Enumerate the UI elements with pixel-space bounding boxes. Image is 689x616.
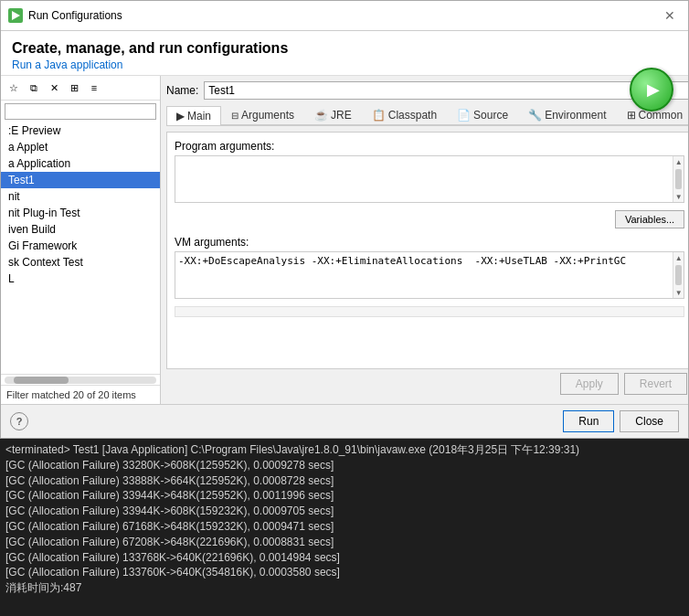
scrollbar-thumb[interactable] — [14, 377, 69, 384]
program-args-section: Program arguments: ▲ ▼ — [175, 140, 684, 203]
vm-horizontal-scrollbar[interactable] — [175, 306, 684, 317]
header-section: Create, manage, and run configurations R… — [1, 31, 688, 76]
revert-button[interactable]: Revert — [624, 373, 687, 395]
svg-marker-0 — [12, 11, 20, 20]
tab-environment[interactable]: 🔧 Environment — [518, 105, 616, 124]
run-button[interactable]: Run — [563, 410, 614, 432]
source-icon: 📄 — [457, 109, 471, 122]
program-args-scrollbar[interactable]: ▲ ▼ — [673, 156, 684, 202]
tabs-bar: ▶ Main ⊟ Arguments ☕ JRE 📋 Classpath 📄 — [166, 105, 688, 126]
toolbar-delete-button[interactable]: ✕ — [45, 79, 63, 97]
app-icon — [8, 8, 23, 23]
console-line: [GC (Allocation Failure) 33888K->664K(12… — [5, 473, 684, 489]
console-line: [GC (Allocation Failure) 133760K->640K(3… — [5, 565, 684, 580]
console-line: [GC (Allocation Failure) 133768K->640K(2… — [5, 550, 684, 566]
apply-button[interactable]: Apply — [560, 373, 619, 395]
tab-jre[interactable]: ☕ JRE — [304, 105, 362, 124]
variables-button[interactable]: Variables... — [615, 210, 684, 228]
header-subtitle[interactable]: Run a Java application — [12, 58, 677, 71]
help-button[interactable]: ? — [10, 412, 28, 430]
title-bar-left: Run Configurations — [8, 8, 122, 23]
run-button-area — [630, 68, 673, 112]
tab-source[interactable]: 📄 Source — [447, 105, 518, 124]
filter-status: Filter matched 20 of 20 items — [1, 385, 160, 404]
vm-args-wrapper: -XX:+DoEscapeAnalysis -XX:+EliminateAllo… — [175, 251, 684, 299]
jre-icon: ☕ — [314, 109, 328, 122]
title-bar: Run Configurations ✕ — [1, 1, 688, 31]
vm-args-scrollbar[interactable]: ▲ ▼ — [673, 252, 684, 298]
list-item[interactable]: Gi Framework — [1, 238, 160, 254]
console-line: [GC (Allocation Failure) 33280K->608K(12… — [5, 458, 684, 473]
scroll-down-arrow[interactable]: ▼ — [673, 287, 684, 298]
tab-main[interactable]: ▶ Main — [166, 106, 221, 125]
program-args-input[interactable] — [175, 156, 684, 202]
list-item-test1[interactable]: Test1 — [1, 172, 160, 188]
scroll-thumb[interactable] — [675, 169, 682, 189]
console-line: [GC (Allocation Failure) 33944K->608K(15… — [5, 504, 684, 519]
environment-icon: 🔧 — [528, 109, 542, 122]
program-args-label: Program arguments: — [175, 140, 684, 153]
variables-btn-row: Variables... — [175, 210, 684, 228]
left-toolbar: ☆ ⧉ ✕ ⊞ ≡ — [1, 76, 160, 101]
tab-arguments[interactable]: ⊟ Arguments — [221, 105, 304, 124]
toolbar-collapse-button[interactable]: ≡ — [85, 79, 103, 97]
main-icon: ▶ — [176, 110, 185, 122]
vm-args-input[interactable]: -XX:+DoEscapeAnalysis -XX:+EliminateAllo… — [175, 252, 684, 298]
console-line: 消耗时间为:487 — [5, 580, 684, 596]
arguments-icon: ⊟ — [231, 111, 238, 121]
console-output: <terminated> Test1 [Java Application] C:… — [0, 439, 689, 616]
tab-classpath[interactable]: 📋 Classpath — [362, 105, 447, 124]
list-item[interactable]: :E Preview — [1, 122, 160, 139]
list-item[interactable]: a Application — [1, 155, 160, 172]
scroll-down-arrow[interactable]: ▼ — [673, 191, 684, 202]
name-row: Name: — [166, 81, 688, 100]
vm-args-label: VM arguments: — [175, 236, 684, 249]
dialog-footer: ? Run Close — [1, 404, 688, 438]
close-button[interactable]: Close — [620, 410, 679, 432]
window-title: Run Configurations — [28, 9, 122, 22]
toolbar-new-button[interactable]: ☆ — [5, 79, 23, 97]
left-panel: ☆ ⧉ ✕ ⊞ ≡ :E Preview a Applet a Applicat… — [1, 76, 161, 404]
list-item[interactable]: nit — [1, 188, 160, 205]
config-panel: Program arguments: ▲ ▼ Variables... — [166, 132, 688, 369]
scroll-up-arrow[interactable]: ▲ — [673, 252, 684, 263]
console-line: [GC (Allocation Failure) 67168K->648K(15… — [5, 519, 684, 535]
window-close-button[interactable]: ✕ — [659, 6, 681, 25]
run-configurations-dialog: Run Configurations ✕ Create, manage, and… — [0, 0, 689, 439]
list-item[interactable]: a Applet — [1, 139, 160, 155]
scrollbar-track — [5, 377, 156, 384]
header-title: Create, manage, and run configurations — [12, 40, 677, 57]
toolbar-filter-button[interactable]: ⊞ — [65, 79, 83, 97]
list-item[interactable]: sk Context Test — [1, 254, 160, 271]
list-item[interactable]: L — [1, 271, 160, 287]
name-label: Name: — [166, 84, 198, 97]
bottom-actions: Apply Revert — [166, 369, 688, 398]
classpath-icon: 📋 — [372, 109, 386, 122]
console-line: <terminated> Test1 [Java Application] C:… — [5, 442, 684, 458]
toolbar-copy-button[interactable]: ⧉ — [25, 79, 43, 97]
horizontal-scrollbar[interactable] — [1, 374, 160, 385]
console-line: [GC (Allocation Failure) 33944K->648K(12… — [5, 488, 684, 504]
list-item[interactable]: iven Build — [1, 221, 160, 238]
scroll-up-arrow[interactable]: ▲ — [673, 156, 684, 167]
left-list: :E Preview a Applet a Application Test1 … — [1, 122, 160, 374]
name-input[interactable] — [204, 81, 688, 100]
list-item[interactable]: nit Plug-in Test — [1, 205, 160, 221]
search-input[interactable] — [5, 103, 156, 120]
main-content: ☆ ⧉ ✕ ⊞ ≡ :E Preview a Applet a Applicat… — [1, 76, 688, 404]
console-line: [GC (Allocation Failure) 67208K->648K(22… — [5, 535, 684, 550]
program-args-wrapper: ▲ ▼ — [175, 155, 684, 203]
scroll-thumb[interactable] — [675, 265, 682, 285]
run-big-button[interactable] — [630, 68, 673, 112]
right-panel: Name: ▶ Main ⊟ Arguments ☕ JRE 📋 — [161, 76, 688, 404]
vm-args-section: VM arguments: -XX:+DoEscapeAnalysis -XX:… — [175, 236, 684, 299]
